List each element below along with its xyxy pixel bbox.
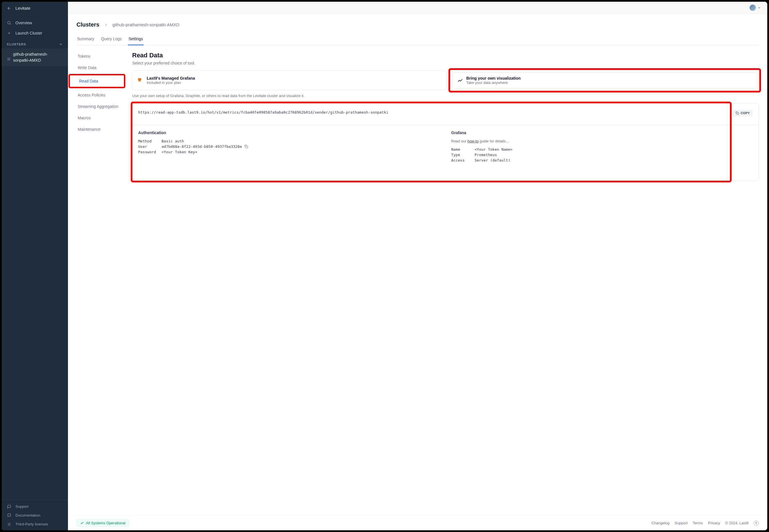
status-text: All Systems Operational [86, 521, 126, 525]
page-title: Read Data [132, 52, 759, 59]
settings-read-data[interactable]: Read Data [78, 76, 122, 86]
copy-user-icon[interactable] [244, 145, 248, 148]
sidebar-licenses[interactable]: Third-Party licenses [2, 520, 68, 529]
grafana-icon [137, 77, 143, 84]
card-bring-your-own[interactable]: Bring your own visualization Take your d… [452, 72, 757, 88]
card-managed-grafana[interactable]: Last9's Managed Grafana Included in your… [132, 70, 447, 90]
content: Clusters github-prathamesh-sonpatki-AMXD… [68, 14, 767, 515]
brand-badge: 9 [754, 521, 759, 526]
grafana-type-value: Prometheus [475, 153, 497, 157]
settings-write-data[interactable]: Write Data [77, 63, 124, 72]
sidebar-support[interactable]: Support [2, 502, 68, 511]
footer-copyright: © 2024, Last9 [725, 521, 748, 525]
check-icon [80, 521, 84, 525]
chevron-down-icon [758, 6, 761, 9]
clusters-section-header[interactable]: CLUSTERS [2, 38, 68, 49]
read-url: https://read-app-tsdb.last9.io/hot/v1/me… [138, 110, 388, 116]
card2-title: Bring your own visualization [466, 76, 521, 80]
nav-launch-label: Launch Cluster [15, 31, 42, 35]
auth-user-key: User [138, 144, 162, 149]
auth-heading: Authentication [138, 130, 440, 135]
breadcrumb: Clusters github-prathamesh-sonpatki-AMXD [77, 21, 759, 28]
settings-streaming-aggregation[interactable]: Streaming Aggregation [77, 102, 124, 111]
settings-body: Read Data Select your preferred choice o… [132, 52, 759, 181]
cluster-icon [7, 57, 11, 61]
list-icon [7, 522, 11, 526]
sidebar-support-label: Support [15, 504, 29, 509]
settings-macros[interactable]: Macros [77, 113, 124, 122]
highlight-card-byov: Bring your own visualization Take your d… [448, 68, 761, 92]
card1-subtitle: Included in your plan [147, 80, 195, 85]
grafana-name-value: <Your Token Name> [475, 147, 513, 152]
sidebar-docs[interactable]: Documentation [2, 511, 68, 520]
settings-layout: Tokens Write Data Read Data Access Polic… [77, 52, 759, 181]
avatar [750, 5, 756, 11]
sidebar: Levitate Overview Launch Cluster CLUSTER… [2, 2, 68, 530]
tab-summary[interactable]: Summary [77, 34, 95, 45]
sidebar-docs-label: Documentation [15, 513, 40, 517]
tool-cards-row: Last9's Managed Grafana Included in your… [132, 70, 759, 90]
svg-point-0 [8, 21, 10, 24]
svg-rect-1 [737, 113, 739, 115]
details-panel: https://read-app-tsdb.last9.io/hot/v1/me… [132, 103, 759, 181]
copy-button[interactable]: COPY [733, 110, 753, 116]
topbar [68, 2, 767, 14]
tabs: Summary Query Logs Settings [77, 34, 759, 45]
back-arrow-icon[interactable] [7, 6, 11, 11]
sidebar-header: Levitate [2, 2, 68, 15]
auth-password-value: <Your Token Key> [162, 150, 197, 154]
highlight-read-data: Read Data [69, 74, 125, 88]
copy-label: COPY [741, 111, 750, 115]
auth-password-key: Password [138, 150, 162, 154]
cluster-name-label: github-prathamesh-sonpatki-AMXD [13, 52, 48, 63]
nav-overview[interactable]: Overview [2, 18, 68, 28]
main: Clusters github-prathamesh-sonpatki-AMXD… [68, 2, 767, 530]
howto-link[interactable]: how-to [468, 139, 479, 143]
card2-subtitle: Take your data anywhere [466, 80, 521, 85]
clusters-heading: CLUSTERS [7, 43, 26, 46]
grafana-access-key: Access [451, 158, 475, 162]
overview-icon [7, 21, 11, 25]
auth-grid: Authentication Method Basic auth User ad… [132, 125, 758, 181]
footer-privacy[interactable]: Privacy [708, 521, 720, 525]
grafana-heading: Grafana [451, 130, 753, 135]
breadcrumb-root[interactable]: Clusters [77, 21, 99, 28]
chevron-right-icon [104, 23, 108, 27]
tab-query-logs[interactable]: Query Logs [100, 34, 122, 45]
description: Use your own setup of Grafana, Graphite,… [132, 94, 759, 98]
footer-changelog[interactable]: Changelog [651, 521, 669, 525]
sidebar-footer: Support Documentation Third-Party licens… [2, 500, 68, 530]
chat-icon [7, 505, 11, 509]
nav-launch-cluster[interactable]: Launch Cluster [2, 28, 68, 38]
settings-maintenance[interactable]: Maintenance [77, 125, 124, 134]
sidebar-cluster-item[interactable]: github-prathamesh-sonpatki-AMXD [2, 49, 68, 66]
settings-tokens[interactable]: Tokens [77, 52, 124, 61]
status-pill[interactable]: All Systems Operational [77, 519, 129, 527]
auth-method-key: Method [138, 139, 162, 143]
footer-right: Changelog Support Terms Privacy © 2024, … [651, 521, 759, 526]
auth-user-value: ad7bd68a-8f22-403d-b850-4937fba3328e [162, 144, 242, 149]
grafana-type-key: Type [451, 153, 475, 157]
sidebar-nav: Overview Launch Cluster CLUSTERS github-… [2, 15, 68, 66]
grafana-access-value: Server (default) [475, 158, 510, 162]
footer-terms[interactable]: Terms [693, 521, 703, 525]
url-row: https://read-app-tsdb.last9.io/hot/v1/me… [132, 103, 758, 125]
nav-overview-label: Overview [15, 21, 32, 25]
footer-bar: All Systems Operational Changelog Suppor… [68, 515, 767, 530]
user-menu[interactable] [750, 5, 761, 11]
page-subtitle: Select your preferred choice of tool. [132, 61, 759, 65]
grafana-column: Grafana Read our how-to guide for detail… [451, 130, 753, 164]
auth-method-value: Basic auth [162, 139, 184, 143]
grafana-name-key: Name [451, 147, 475, 152]
grafana-hint: Read our how-to guide for details… [451, 139, 753, 143]
copy-icon [736, 111, 739, 115]
footer-support[interactable]: Support [675, 521, 688, 525]
book-icon [7, 513, 11, 517]
tab-settings[interactable]: Settings [128, 34, 144, 45]
settings-access-policies[interactable]: Access Policies [77, 90, 124, 100]
app-title: Levitate [15, 6, 31, 11]
card1-title: Last9's Managed Grafana [147, 76, 195, 80]
chevron-down-icon [59, 42, 63, 46]
trend-icon [457, 78, 463, 83]
plus-icon [7, 31, 11, 35]
